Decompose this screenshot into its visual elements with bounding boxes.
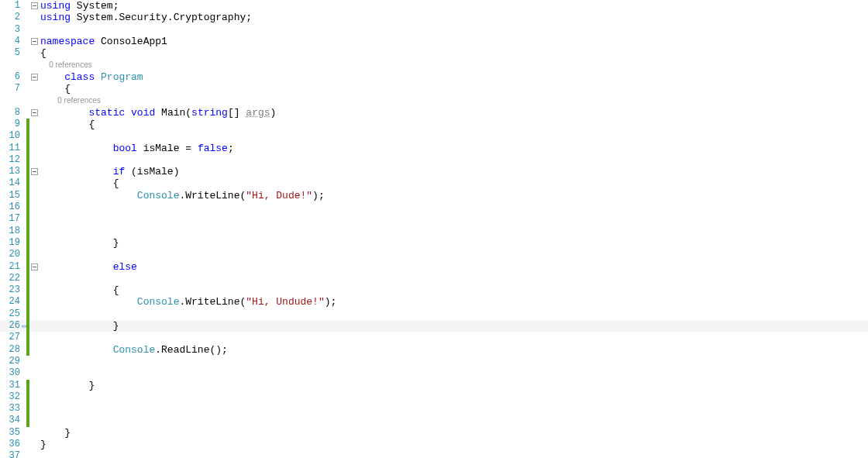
code-text[interactable]: using System; <box>39 0 119 12</box>
fold-gutter[interactable] <box>29 263 39 270</box>
line-number: 4 <box>0 36 26 47</box>
line-number: 6 <box>0 71 26 83</box>
code-line[interactable]: 2 using System.Security.Cryptography; <box>0 12 868 23</box>
code-line[interactable]: 15 Console.WriteLine("Hi, Dude!"); <box>0 190 868 201</box>
code-line[interactable]: 10 <box>0 130 868 142</box>
code-line[interactable]: 11 bool isMale = false; <box>0 143 868 154</box>
code-line[interactable]: 32 <box>0 391 868 403</box>
code-line[interactable]: 29 <box>0 356 868 367</box>
code-line[interactable]: 14 { <box>0 177 868 189</box>
line-number: 13 <box>0 166 26 177</box>
code-text[interactable]: { <box>39 83 71 95</box>
fold-gutter[interactable] <box>29 2 39 9</box>
change-indicator <box>26 12 29 23</box>
code-line[interactable]: 12 <box>0 154 868 166</box>
code-text[interactable]: else <box>39 261 137 273</box>
code-line[interactable]: 19 } <box>0 237 868 249</box>
code-line[interactable]: 23 { <box>0 284 868 296</box>
line-number: 12 <box>0 154 26 166</box>
code-line[interactable]: 1 using System; <box>0 0 868 12</box>
line-number: 9 <box>0 119 26 130</box>
code-line[interactable]: 31 } <box>0 380 868 391</box>
code-line[interactable]: 36 } <box>0 439 868 450</box>
code-line[interactable]: 18 <box>0 226 868 237</box>
line-number: 7 <box>0 83 26 95</box>
fold-toggle-icon[interactable] <box>31 168 38 175</box>
fold-gutter[interactable] <box>29 74 39 81</box>
code-line[interactable]: 4 namespace ConsoleApp1 <box>0 36 868 47</box>
code-text[interactable]: Console.WriteLine("Hi, Dude!"); <box>39 190 325 201</box>
codelens-line[interactable]: 0 references <box>0 59 868 71</box>
code-line[interactable]: 21 else <box>0 261 868 273</box>
code-line[interactable]: 16 <box>0 201 868 213</box>
code-line[interactable]: 5 { <box>0 47 868 59</box>
line-number: 5 <box>0 47 26 59</box>
code-text[interactable]: } <box>39 237 119 249</box>
code-line[interactable]: 25 <box>0 308 868 320</box>
code-text[interactable]: using System.Security.Cryptography; <box>39 12 252 23</box>
code-text[interactable]: } <box>39 380 95 391</box>
code-text[interactable]: Console.ReadLine(); <box>39 344 228 356</box>
fold-toggle-icon[interactable] <box>31 2 38 9</box>
fold-toggle-icon[interactable] <box>31 109 38 116</box>
code-text[interactable]: } <box>39 439 46 450</box>
code-text[interactable]: { <box>39 119 95 130</box>
code-text[interactable]: } <box>39 427 71 439</box>
fold-toggle-icon[interactable] <box>31 263 38 270</box>
code-line[interactable]: 6 class Program <box>0 71 868 83</box>
line-number: 14 <box>0 177 26 189</box>
codelens-line[interactable]: 0 references <box>0 95 868 106</box>
code-line[interactable]: 33 <box>0 403 868 415</box>
line-number: 8 <box>0 107 26 119</box>
code-line[interactable]: 27 <box>0 332 868 343</box>
code-line[interactable]: 22 <box>0 273 868 284</box>
fold-gutter[interactable] <box>29 38 39 45</box>
line-number: 3 <box>0 24 26 36</box>
code-line[interactable]: 24 Console.WriteLine("Hi, Undude!"); <box>0 296 868 308</box>
code-line[interactable]: 20 <box>0 249 868 260</box>
code-text[interactable]: { <box>39 177 119 189</box>
codelens-references[interactable]: 0 references <box>39 95 101 106</box>
code-line[interactable]: 30 <box>0 367 868 379</box>
code-text[interactable]: namespace ConsoleApp1 <box>39 36 167 47</box>
change-indicator <box>26 119 29 130</box>
code-editor[interactable]: 1 using System; 2 using System.Security.… <box>0 0 868 458</box>
code-line[interactable]: 37 <box>0 450 868 458</box>
code-text[interactable]: static void Main(string[] args) <box>39 107 276 119</box>
code-line[interactable]: 13 if (isMale) <box>0 166 868 177</box>
code-text[interactable]: bool isMale = false; <box>39 143 234 154</box>
fold-toggle-icon[interactable] <box>31 38 38 45</box>
code-text[interactable]: { <box>39 284 119 296</box>
line-number: 2 <box>0 12 26 23</box>
fold-gutter[interactable] <box>29 168 39 175</box>
code-line-current[interactable]: ✎ 26 } <box>0 320 868 332</box>
code-line[interactable]: 3 <box>0 24 868 36</box>
code-line[interactable]: 8 static void Main(string[] args) <box>0 107 868 119</box>
code-line[interactable]: 17 <box>0 213 868 225</box>
codelens-references[interactable]: 0 references <box>39 59 92 71</box>
code-line[interactable]: 7 { <box>0 83 868 95</box>
code-text[interactable]: class Program <box>39 71 143 83</box>
line-number: 10 <box>0 130 26 142</box>
fold-gutter[interactable] <box>29 109 39 116</box>
code-line[interactable]: 28 Console.ReadLine(); <box>0 344 868 356</box>
fold-toggle-icon[interactable] <box>31 74 38 81</box>
code-line[interactable]: 9 { <box>0 119 868 130</box>
code-line[interactable]: 34 <box>0 415 868 426</box>
code-text[interactable]: { <box>39 47 46 59</box>
line-number: 1 <box>0 0 26 12</box>
code-text[interactable]: } <box>39 320 119 332</box>
code-text[interactable]: if (isMale) <box>39 166 179 177</box>
line-number: 11 <box>0 143 26 154</box>
code-text[interactable]: Console.WriteLine("Hi, Undude!"); <box>39 296 336 308</box>
line-number: 15 <box>0 190 26 201</box>
code-line[interactable]: 35 } <box>0 427 868 439</box>
